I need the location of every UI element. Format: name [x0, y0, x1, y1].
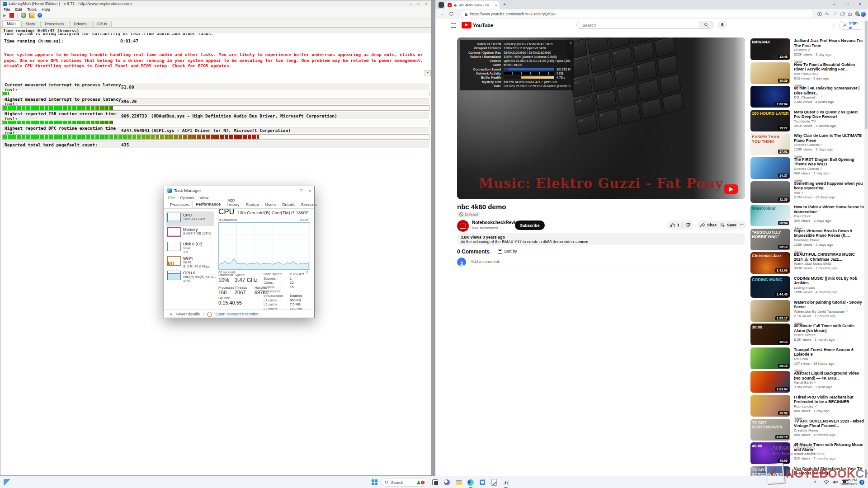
video-thumbnail[interactable]: TV ART SCREENSAVER4:00:15 — [750, 419, 790, 441]
more-actions-icon[interactable]: ⋯ — [737, 221, 746, 230]
subscribe-button[interactable]: Subscribe — [515, 221, 545, 230]
lm-menu-item-tools[interactable]: Tools — [27, 7, 37, 12]
tm-menu-item-options[interactable]: Options — [180, 196, 194, 200]
video-thumbnail[interactable]: 28:19 — [750, 347, 790, 369]
tm-tab-services[interactable]: Services — [298, 202, 320, 208]
thumbs-down-icon[interactable] — [685, 223, 690, 228]
voice-search-button[interactable] — [717, 20, 726, 29]
open-resource-monitor-link[interactable]: Open Resource Monitor — [215, 312, 259, 316]
kebab-menu-icon[interactable]: ⋮ — [831, 22, 836, 28]
widgets-icon[interactable] — [4, 479, 10, 486]
tm-tab-app-history[interactable]: App history — [224, 197, 243, 208]
tm-menu-item-file[interactable]: File — [168, 196, 175, 200]
page-scrollbar[interactable] — [864, 19, 868, 476]
lm-tab-stats[interactable]: Stats — [21, 21, 40, 27]
play-button[interactable]: ▶ — [3, 14, 6, 18]
recommendation-item[interactable]: 28:19Tranquil Forest Home-Season 6 Episo… — [750, 347, 866, 371]
lm-tab-cpus[interactable]: CPUs — [92, 21, 112, 27]
back-icon[interactable]: ← — [439, 11, 446, 16]
youtube-watermark-icon[interactable] — [724, 184, 738, 194]
url-bar[interactable]: https://www.youtube.com/watch?v=J-x8HPyQ… — [461, 10, 813, 18]
report-icon[interactable] — [29, 13, 34, 18]
tm-tab-processes[interactable]: Processes — [167, 202, 192, 208]
task-view-icon[interactable] — [430, 478, 440, 487]
file-explorer-icon[interactable] — [454, 478, 463, 487]
channel-avatar[interactable] — [457, 220, 469, 232]
browser-tab[interactable]: nbc 4k60 demo - YouTube × — [445, 1, 500, 9]
sort-by-button[interactable]: Sort by — [498, 249, 517, 253]
recommendation-item[interactable]: 1:00:0460 min | 4K Relaxing Screensaver … — [750, 86, 866, 110]
minimize-icon[interactable]: – — [291, 188, 293, 193]
microsoft-store-icon[interactable] — [477, 478, 487, 487]
video-thumbnail[interactable]: 30:0030:10 — [750, 324, 790, 345]
help-icon[interactable]: ? — [38, 13, 42, 18]
tab-audio-icon[interactable] — [453, 4, 457, 7]
window-maximize-icon[interactable]: □ — [846, 2, 848, 6]
add-comment-input[interactable]: Add a comment... — [471, 259, 745, 266]
perf-sidebar-cpu[interactable]: CPU10% 3.47 GHz — [166, 211, 214, 226]
recommendation-item[interactable]: EASIER THAN YOU THINK17:01Why Clair de L… — [750, 133, 866, 157]
recommendation-item[interactable]: 30:0030:1030 Minute Fall Timer with Gent… — [750, 324, 866, 347]
close-icon[interactable]: × — [425, 2, 427, 6]
latencymon-titlebar[interactable]: LatencyMon (Home Edition ) - v 6.71 - ht… — [0, 0, 431, 7]
video-player[interactable]: TabQWECapsASDShiftZXCtrlFn Music: Elektr… — [457, 38, 745, 199]
maximize-icon[interactable]: □ — [300, 188, 302, 193]
edge-icon[interactable] — [466, 478, 475, 487]
scrollbar-thumb[interactable] — [865, 21, 868, 129]
video-thumbnail[interactable]: Watercolour28:54 — [750, 205, 790, 226]
lm-menu-item-edit[interactable]: Edit — [15, 7, 23, 12]
video-thumbnail[interactable]: 1:05:17 — [750, 300, 790, 322]
tab-close-icon[interactable]: × — [495, 3, 497, 7]
description-box[interactable]: 3.8K views 3 years ago 4x the unboxing o… — [457, 233, 745, 245]
recommendation-item[interactable]: 10:39How To Paint a Beautiful Golden Riv… — [750, 62, 866, 86]
recommendation-item[interactable]: 11:36Something weird happens when you ke… — [750, 181, 866, 205]
lm-menu-item-help[interactable]: Help — [42, 7, 50, 12]
more-link[interactable]: ...more — [575, 239, 589, 244]
stop-button[interactable] — [9, 13, 14, 18]
stats-close-icon[interactable]: x — [570, 41, 572, 44]
video-thumbnail[interactable]: 100 HOURS LATER19:27 — [750, 110, 790, 131]
new-tab-button[interactable]: + — [503, 1, 506, 7]
recommendation-item[interactable]: NIRVANA12:48Juilliard Jazz Prof Hears Ni… — [750, 38, 866, 62]
recommendation-item[interactable]: 14:37The FIRST Dragon Ball Opening Theme… — [750, 157, 866, 181]
search-input[interactable] — [581, 22, 689, 28]
favorites-star-icon[interactable]: ☆ — [833, 11, 837, 16]
lm-tab-drivers[interactable]: Drivers — [69, 21, 91, 27]
recommendation-item[interactable]: Christmas Jazz3:42:06BEAUTIFUL CHRISTMAS… — [750, 252, 866, 276]
tools-icon[interactable] — [21, 13, 26, 18]
extensions-icon[interactable] — [848, 12, 852, 16]
chevron-up-icon[interactable]: ∧ — [170, 312, 173, 316]
like-dislike-pill[interactable]: 1 — [667, 221, 694, 230]
notepad-app-icon[interactable] — [489, 478, 499, 487]
recommendation-item[interactable]: CODING MUSIC1:44:40CODING MUSIC || mix 0… — [750, 276, 866, 300]
thumbs-up-icon[interactable] — [670, 223, 675, 228]
perf-sidebar-gpu-0[interactable]: GPU 0Intel(R) Iris(R) Xe G...47% — [166, 269, 214, 284]
lm-tab-main[interactable]: Main — [2, 20, 20, 27]
youtube-logo[interactable]: YouTube — [462, 22, 493, 28]
start-button[interactable] — [370, 478, 379, 487]
recommendation-item[interactable]: 1:05:17Watercolor painting tutorial - Sn… — [750, 300, 866, 324]
fewer-details-button[interactable]: Fewer details — [176, 312, 200, 316]
window-close-icon[interactable]: × — [859, 2, 861, 7]
recommendation-item[interactable]: TV ART SCREENSAVER4:00:15TV ART SCREENSA… — [750, 419, 866, 443]
chat-icon[interactable] — [442, 478, 452, 487]
perf-sidebar-disk-0-c-[interactable]: Disk 0 (C:)SSD1% — [166, 240, 214, 255]
tm-tab-details[interactable]: Details — [279, 202, 298, 208]
hamburger-menu-icon[interactable] — [451, 23, 456, 28]
collections-icon[interactable] — [840, 12, 845, 16]
video-thumbnail[interactable]: "ABSOLUTELY HORRIFYING"20:10 — [750, 229, 790, 250]
refresh-icon[interactable] — [449, 11, 454, 16]
workspaces-icon[interactable] — [439, 2, 444, 8]
sign-in-button[interactable]: Sign in — [839, 21, 865, 30]
scroll-down-arrow-icon[interactable]: ▼ — [425, 70, 431, 76]
video-thumbnail[interactable]: 10:56 — [750, 395, 790, 417]
recommendation-item[interactable]: "ABSOLUTELY HORRIFYING"20:10Super-Virtuo… — [750, 229, 866, 253]
window-minimize-icon[interactable]: – — [833, 2, 835, 6]
video-thumbnail[interactable]: EASIER THAN YOU THINK17:01 — [750, 133, 790, 155]
video-thumbnail[interactable]: NIRVANA12:48 — [750, 38, 790, 60]
tm-tab-startup[interactable]: Startup — [243, 202, 262, 208]
tm-tab-users[interactable]: Users — [262, 202, 279, 208]
profile-avatar[interactable] — [855, 11, 859, 16]
task-manager-titlebar[interactable]: Task Manager – □ × — [164, 186, 314, 195]
performance-monitor-icon[interactable] — [501, 478, 510, 487]
